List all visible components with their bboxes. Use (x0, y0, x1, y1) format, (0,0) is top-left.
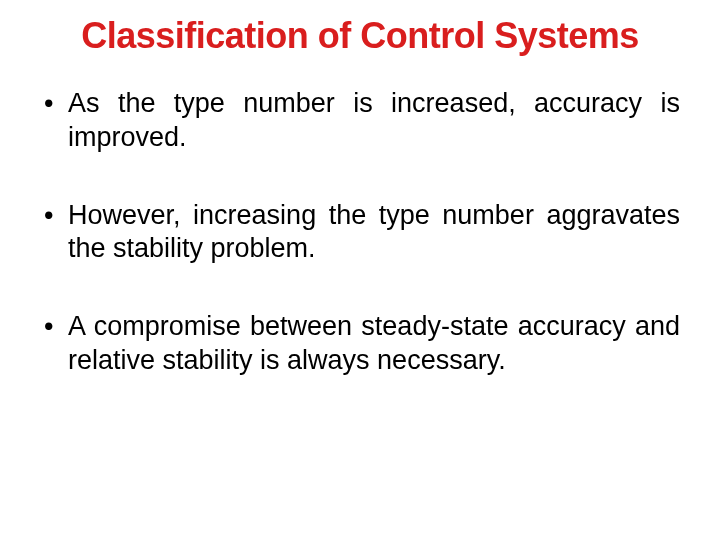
list-item: As the type number is increased, accurac… (40, 87, 680, 155)
list-item: However, increasing the type number aggr… (40, 199, 680, 267)
page-title: Classification of Control Systems (40, 15, 680, 57)
list-item: A compromise between steady-state accura… (40, 310, 680, 378)
bullet-list: As the type number is increased, accurac… (40, 87, 680, 378)
